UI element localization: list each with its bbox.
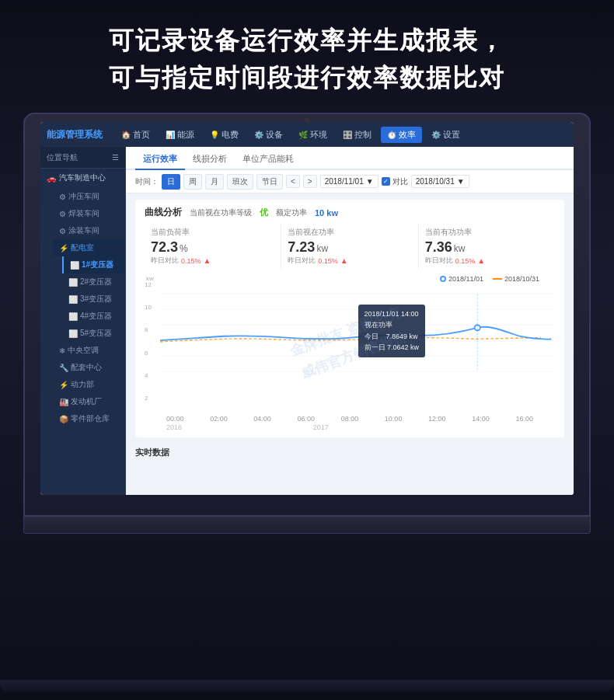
metric-load-compare: 昨日对比 0.15% ▲ bbox=[151, 256, 274, 266]
sidebar-item-transformer1[interactable]: ⬜ 1#变压器 bbox=[62, 256, 125, 273]
nav-home[interactable]: 🏠 首页 bbox=[115, 127, 156, 143]
laptop-camera bbox=[305, 118, 309, 123]
laptop-base bbox=[23, 517, 591, 534]
metric-apparent-value: 7.23kw bbox=[288, 239, 411, 256]
transformer5-icon: ⬜ bbox=[68, 329, 78, 338]
engine-label: 发动机厂 bbox=[71, 396, 102, 407]
sidebar-item-engine[interactable]: 🏭 发动机厂 bbox=[53, 393, 125, 410]
sidebar-item-transformer3[interactable]: ⬜ 3#变压器 bbox=[62, 291, 125, 308]
date-end-input[interactable]: 2018/10/31 ▼ bbox=[411, 175, 469, 188]
laptop-screen: 能源管理系统 🏠 首页 📊 能源 💡 电费 bbox=[40, 122, 574, 495]
transformer3-label: 3#变压器 bbox=[80, 294, 112, 305]
sidebar-header-label: 位置导航 bbox=[47, 152, 78, 163]
compare-label: 对比 bbox=[392, 176, 408, 187]
rated-label: 额定功率 bbox=[276, 207, 307, 218]
nav-control-label: 控制 bbox=[354, 129, 372, 141]
metric-apparent-power: 当前视在功率 7.23kw 昨日对比 0.15% ▲ bbox=[281, 224, 418, 269]
time-btn-holiday[interactable]: 节日 bbox=[256, 174, 283, 190]
engine-icon: 🏭 bbox=[59, 398, 68, 406]
sidebar-item-parts[interactable]: 📦 零件部仓库 bbox=[53, 410, 125, 427]
support-icon: 🔧 bbox=[59, 364, 68, 372]
rated-value: 10 kw bbox=[315, 208, 338, 218]
support-label: 配套中心 bbox=[71, 362, 102, 373]
nav-control[interactable]: 🎛️ 控制 bbox=[337, 127, 378, 143]
metric-load-label: 当前负荷率 bbox=[151, 227, 274, 238]
power-icon: ⚡ bbox=[59, 381, 68, 389]
chart-area: 12108642 kw 2018/11/01 bbox=[145, 273, 555, 413]
sidebar-item-stamping[interactable]: ⚙ 冲压车间 bbox=[53, 188, 125, 205]
transformer2-icon: ⬜ bbox=[68, 278, 78, 287]
metric-apparent-compare: 昨日对比 0.15% ▲ bbox=[288, 256, 411, 266]
power-label: 动力部 bbox=[71, 379, 94, 390]
time-label: 时间： bbox=[135, 176, 159, 187]
nav-device[interactable]: ⚙️ 设备 bbox=[248, 127, 289, 143]
transformer-group: ⬜ 1#变压器 ⬜ 2#变压器 ⬜ 3#变压器 bbox=[53, 256, 125, 342]
tab-product-energy[interactable]: 单位产品能耗 bbox=[235, 149, 302, 170]
nav-settings-label: 设置 bbox=[443, 129, 460, 141]
status-value: 优 bbox=[260, 207, 268, 218]
time-btn-day[interactable]: 日 bbox=[162, 174, 180, 190]
hero-line1: 可记录设备运行效率并生成报表， bbox=[16, 22, 598, 59]
toolbar: 时间： 日 周 月 班次 节日 < > 2018/11/01 ▼ bbox=[126, 170, 574, 193]
sidebar-item-painting[interactable]: ⚙ 涂装车间 bbox=[53, 222, 125, 239]
nav-electricity[interactable]: 💡 电费 bbox=[204, 127, 245, 143]
nav-settings[interactable]: ⚙️ 设置 bbox=[425, 127, 466, 143]
sidebar-item-power[interactable]: ⚡ 动力部 bbox=[53, 376, 125, 393]
x-axis-ticks: 00:00 02:00 04:00 06:00 08:00 10:00 12:0… bbox=[145, 413, 555, 423]
date-start-value: 2018/11/01 bbox=[325, 177, 364, 186]
stamping-icon: ⚙ bbox=[59, 193, 66, 201]
time-btn-shift[interactable]: 班次 bbox=[227, 174, 253, 190]
tab-run-efficiency[interactable]: 运行效率 bbox=[135, 149, 185, 170]
sidebar-item-distribution[interactable]: ⚡ 配电室 bbox=[53, 239, 125, 256]
date-end-value: 2018/10/31 bbox=[416, 177, 455, 186]
parts-label: 零件部仓库 bbox=[71, 413, 110, 424]
metric-active-power: 当前有功功率 7.36kw 昨日对比 0.15% ▲ bbox=[419, 224, 555, 269]
hero-text: 可记录设备运行效率并生成报表， 可与指定时间段进行效率数据比对 bbox=[0, 14, 614, 104]
date-start-input[interactable]: 2018/11/01 ▼ bbox=[320, 175, 379, 188]
energy-icon: 📊 bbox=[166, 131, 175, 139]
sidebar-toggle-icon[interactable]: ☰ bbox=[112, 153, 119, 162]
date-next[interactable]: > bbox=[303, 175, 317, 188]
sidebar-item-transformer2[interactable]: ⬜ 2#变压器 bbox=[62, 273, 125, 291]
nav-efficiency[interactable]: ⏱️ 效率 bbox=[381, 127, 422, 143]
time-btn-month[interactable]: 月 bbox=[205, 174, 224, 190]
efficiency-icon: ⏱️ bbox=[387, 131, 396, 139]
sidebar-item-welding[interactable]: ⚙ 焊装车间 bbox=[53, 205, 125, 222]
sidebar-item-support[interactable]: 🔧 配套中心 bbox=[53, 359, 125, 376]
car-factory-icon: 🚗 bbox=[47, 174, 56, 183]
hero-line2: 可与指定时间段进行效率数据比对 bbox=[16, 59, 598, 96]
painting-label: 涂装车间 bbox=[68, 225, 99, 236]
curve-analysis-card: 曲线分析 当前视在功率等级 优 额定功率 10 kw 当前负荷率 bbox=[135, 200, 564, 437]
content-area: 运行效率 线损分析 单位产品能耗 时间： 日 周 月 班次 节日 < bbox=[126, 147, 574, 495]
transformer2-label: 2#变压器 bbox=[80, 277, 112, 287]
ac-label: 中央空调 bbox=[68, 345, 99, 356]
y-axis-ticks: 12108642 bbox=[145, 281, 152, 402]
time-btn-week[interactable]: 周 bbox=[183, 174, 202, 190]
realtime-data-label: 实时数据 bbox=[135, 444, 564, 460]
tab-line-loss[interactable]: 线损分析 bbox=[185, 149, 235, 170]
device-icon: ⚙️ bbox=[254, 131, 263, 139]
compare-checkbox[interactable]: ✓ 对比 bbox=[382, 176, 408, 187]
dashboard: 曲线分析 当前视在功率等级 优 额定功率 10 kw 当前负荷率 bbox=[126, 193, 574, 495]
metric-load-value: 72.3% bbox=[151, 239, 274, 256]
nav-home-label: 首页 bbox=[133, 129, 150, 141]
electricity-icon: 💡 bbox=[210, 131, 219, 139]
laptop-bottom bbox=[0, 680, 614, 692]
nav-energy-label: 能源 bbox=[177, 129, 194, 141]
metric-load-rate: 当前负荷率 72.3% 昨日对比 0.15% ▲ bbox=[145, 224, 281, 269]
nav-energy[interactable]: 📊 能源 bbox=[159, 127, 201, 143]
metric-active-label: 当前有功功率 bbox=[425, 227, 549, 238]
sidebar-item-car-factory[interactable]: 🚗 汽车制造中心 bbox=[40, 169, 125, 188]
date-prev[interactable]: < bbox=[286, 175, 300, 188]
nav-environment[interactable]: 🌿 环境 bbox=[292, 127, 333, 143]
sidebar-item-transformer4[interactable]: ⬜ 4#变压器 bbox=[62, 308, 125, 325]
sidebar: 位置导航 ☰ 🚗 汽车制造中心 ⚙ 冲压车间 bbox=[40, 147, 126, 495]
year-2016-label: 2016 bbox=[166, 423, 313, 431]
sidebar-item-transformer5[interactable]: ⬜ 5#变压器 bbox=[62, 325, 125, 342]
compare-check-icon: ✓ bbox=[382, 177, 390, 186]
card-header: 曲线分析 当前视在功率等级 优 额定功率 10 kw bbox=[145, 206, 555, 219]
sidebar-item-ac[interactable]: ❄ 中央空调 bbox=[53, 342, 125, 359]
card-title: 曲线分析 bbox=[145, 206, 182, 219]
control-icon: 🎛️ bbox=[343, 131, 352, 139]
metric-apparent-label: 当前视在功率 bbox=[288, 227, 411, 238]
